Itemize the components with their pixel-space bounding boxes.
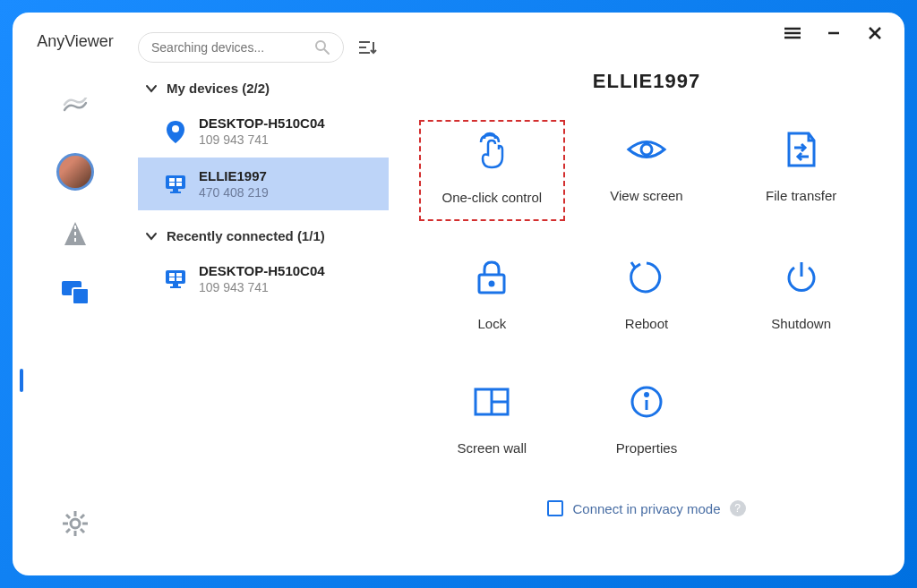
pin-icon xyxy=(163,119,188,144)
info-icon xyxy=(626,381,667,422)
minimize-button[interactable] xyxy=(824,23,844,43)
search-input[interactable] xyxy=(151,40,314,55)
action-label: Reboot xyxy=(625,316,668,331)
action-view-screen[interactable]: View screen xyxy=(574,120,720,221)
svg-line-8 xyxy=(66,515,70,518)
monitor-icon xyxy=(163,172,188,197)
action-label: File transfer xyxy=(766,188,836,203)
privacy-mode-row[interactable]: Connect in privacy mode ? xyxy=(410,500,883,516)
svg-line-13 xyxy=(324,49,329,54)
svg-point-3 xyxy=(71,519,80,528)
detail-panel: ELLIE1997 One-click control View screen xyxy=(389,13,904,575)
action-screen-wall[interactable]: Screen wall xyxy=(419,372,565,470)
device-item-desktop[interactable]: DESKTOP-H510C04 109 943 741 xyxy=(138,105,389,158)
svg-rect-2 xyxy=(73,288,89,304)
titlebar-controls xyxy=(783,23,885,43)
action-reboot[interactable]: Reboot xyxy=(574,248,720,345)
svg-rect-23 xyxy=(173,189,178,192)
device-name: DESKTOP-H510C04 xyxy=(199,115,325,131)
action-label: Shutdown xyxy=(771,316,831,331)
svg-rect-22 xyxy=(176,183,182,186)
selected-device-title: ELLIE1997 xyxy=(410,70,883,93)
close-button[interactable] xyxy=(865,23,885,43)
app-title: AnyViewer xyxy=(37,32,114,51)
action-file-transfer[interactable]: File transfer xyxy=(728,120,874,221)
menu-icon[interactable] xyxy=(783,23,802,43)
svg-line-9 xyxy=(81,529,84,533)
help-icon[interactable]: ? xyxy=(730,500,746,516)
privacy-label: Connect in privacy mode xyxy=(572,501,720,516)
action-label: Properties xyxy=(616,440,677,456)
svg-rect-18 xyxy=(166,175,185,189)
svg-rect-31 xyxy=(170,286,181,288)
sort-button[interactable] xyxy=(356,37,378,58)
eye-icon xyxy=(626,129,667,170)
group-header-my-devices[interactable]: My devices (2/2) xyxy=(138,63,389,105)
sidebar: AnyViewer xyxy=(13,13,138,575)
device-id: 109 943 741 xyxy=(199,132,325,147)
touch-icon xyxy=(471,131,512,172)
search-icon xyxy=(314,39,330,55)
svg-point-17 xyxy=(172,125,179,132)
action-shutdown[interactable]: Shutdown xyxy=(728,248,874,345)
action-label: One-click control xyxy=(441,190,542,205)
svg-rect-24 xyxy=(170,192,181,193)
svg-point-38 xyxy=(641,144,652,155)
chevron-down-icon xyxy=(145,81,158,96)
nav-devices-icon[interactable] xyxy=(59,277,91,309)
main-area: My devices (2/2) DESKTOP-H510C04 109 943… xyxy=(138,13,904,575)
group-header-recent[interactable]: Recently connected (1/1) xyxy=(138,210,389,252)
nav-road-icon[interactable] xyxy=(59,217,91,250)
reboot-icon xyxy=(626,257,667,298)
device-item-recent-desktop[interactable]: DESKTOP-H510C04 109 943 741 xyxy=(138,252,389,305)
action-properties[interactable]: Properties xyxy=(574,372,720,470)
device-panel: My devices (2/2) DESKTOP-H510C04 109 943… xyxy=(138,13,389,575)
file-transfer-icon xyxy=(781,129,822,170)
svg-point-48 xyxy=(645,394,647,396)
svg-point-42 xyxy=(490,282,493,285)
device-id: 109 943 741 xyxy=(199,280,325,294)
svg-rect-25 xyxy=(166,270,185,284)
device-id: 470 408 219 xyxy=(199,185,269,200)
grid-icon xyxy=(471,381,512,422)
monitor-icon xyxy=(163,267,188,292)
sidebar-active-indicator xyxy=(20,369,23,392)
action-label: Screen wall xyxy=(458,440,527,456)
action-lock[interactable]: Lock xyxy=(419,248,565,345)
power-icon xyxy=(781,257,822,298)
device-name: ELLIE1997 xyxy=(199,168,269,183)
app-window: AnyViewer xyxy=(13,13,904,575)
svg-rect-20 xyxy=(176,178,182,182)
settings-icon[interactable] xyxy=(59,507,91,540)
svg-line-10 xyxy=(81,515,84,518)
device-item-ellie1997[interactable]: ELLIE1997 470 408 219 xyxy=(138,158,389,210)
group-label: My devices (2/2) xyxy=(167,81,270,96)
privacy-checkbox[interactable] xyxy=(547,500,563,516)
svg-rect-28 xyxy=(169,277,175,281)
chevron-down-icon xyxy=(145,228,158,243)
svg-rect-19 xyxy=(169,178,175,182)
action-label: Lock xyxy=(477,316,506,331)
group-label: Recently connected (1/1) xyxy=(167,228,325,243)
svg-rect-21 xyxy=(169,183,175,186)
device-name: DESKTOP-H510C04 xyxy=(199,263,325,278)
svg-rect-26 xyxy=(169,273,175,277)
svg-rect-27 xyxy=(176,273,182,277)
action-label: View screen xyxy=(610,188,682,203)
lock-icon xyxy=(471,257,512,298)
nav-connect-icon[interactable] xyxy=(59,90,91,123)
user-avatar[interactable] xyxy=(56,153,94,191)
svg-rect-29 xyxy=(176,277,182,281)
svg-line-11 xyxy=(66,529,70,533)
svg-rect-30 xyxy=(173,284,178,286)
search-row xyxy=(138,32,389,63)
action-one-click-control[interactable]: One-click control xyxy=(419,120,565,221)
search-box[interactable] xyxy=(138,32,344,63)
action-grid: One-click control View screen File trans… xyxy=(410,120,883,470)
